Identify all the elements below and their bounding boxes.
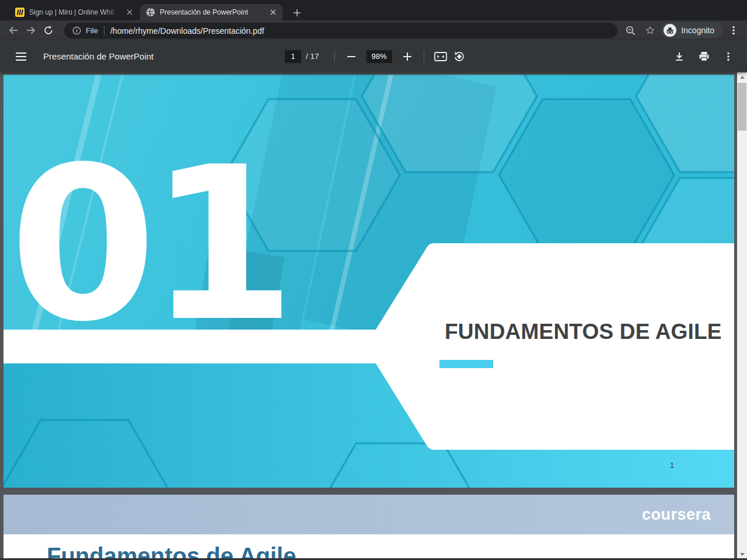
- new-tab-button[interactable]: [289, 5, 305, 20]
- browser-window: Sign up | Miro | Online Whit Presentació…: [0, 0, 747, 560]
- browser-toolbar: File /home/rhyme/Downloads/Presentación.…: [0, 20, 747, 40]
- kebab-menu-icon: [723, 51, 734, 62]
- page2-heading: Fundamentos de Agile: [47, 543, 296, 560]
- minus-icon: [347, 52, 355, 61]
- title-callout-shape: [4, 75, 734, 488]
- title-accent-bar: [439, 360, 493, 368]
- triangle-up-icon: [740, 76, 745, 79]
- tab-miro[interactable]: Sign up | Miro | Online Whit: [9, 4, 139, 20]
- download-button[interactable]: [670, 47, 689, 66]
- url-separator: [104, 26, 104, 36]
- bookmark-button[interactable]: [641, 22, 659, 38]
- fit-width-icon: [434, 51, 447, 62]
- incognito-label: Incognito: [681, 26, 714, 35]
- toolbar-divider: [424, 51, 424, 62]
- rotate-button[interactable]: [450, 47, 469, 66]
- url-text: /home/rhyme/Downloads/Presentación.pdf: [110, 26, 264, 36]
- reload-button[interactable]: [40, 22, 57, 38]
- tab-title: Sign up | Miro | Online Whit: [29, 8, 121, 16]
- kebab-menu-icon: [728, 25, 739, 36]
- toolbar-divider: [334, 51, 335, 62]
- star-icon: [645, 25, 655, 36]
- tab-title: Presentación de PowerPoint: [160, 8, 265, 16]
- url-scheme-label: File: [86, 26, 98, 35]
- print-icon: [699, 51, 710, 62]
- page2-header-band: coursera: [4, 495, 734, 534]
- address-bar[interactable]: File /home/rhyme/Downloads/Presentación.…: [64, 23, 617, 38]
- scrollbar-thumb[interactable]: [738, 83, 746, 131]
- page-count-label: / 17: [306, 52, 319, 61]
- pdf-page-1: 01 FUNDAMENTOS DE AGILE 1: [4, 75, 734, 488]
- forward-button[interactable]: [22, 22, 40, 38]
- info-icon[interactable]: [72, 26, 81, 35]
- pdf-more-options-button[interactable]: [719, 47, 738, 66]
- incognito-badge: Incognito: [661, 22, 722, 38]
- rotate-ccw-icon: [453, 51, 465, 62]
- coursera-logo: coursera: [642, 506, 711, 524]
- plus-icon: [403, 52, 411, 61]
- zoom-in-button[interactable]: [398, 47, 417, 66]
- pdf-document-title: Presentación de PowerPoint: [43, 51, 153, 61]
- miro-favicon: [15, 8, 25, 17]
- plus-icon: [293, 9, 301, 17]
- vertical-scrollbar[interactable]: [737, 72, 747, 560]
- pdf-page-2: coursera Fundamentos de Agile: [4, 495, 734, 560]
- tab-presentacion-pdf[interactable]: Presentación de PowerPoint: [140, 4, 282, 20]
- page-zoom-button[interactable]: [622, 22, 639, 38]
- slide-title: FUNDAMENTOS DE AGILE: [445, 320, 728, 344]
- reload-icon: [43, 25, 54, 36]
- tab-close-icon[interactable]: [268, 8, 278, 17]
- incognito-icon: [664, 24, 676, 37]
- forward-icon: [25, 24, 37, 36]
- zoom-out-magnifier-icon: [625, 25, 636, 36]
- zoom-out-button[interactable]: [342, 47, 361, 66]
- zoom-level-field[interactable]: 98%: [366, 50, 392, 63]
- slide-page-number: 1: [670, 461, 674, 470]
- hamburger-icon: [16, 52, 26, 61]
- tab-close-icon[interactable]: [125, 8, 134, 17]
- download-icon: [674, 51, 685, 62]
- triangle-down-icon: [740, 553, 745, 556]
- page-number-input[interactable]: 1: [285, 50, 301, 63]
- back-button[interactable]: [5, 22, 22, 38]
- pdf-menu-button[interactable]: [12, 47, 30, 66]
- pdf-toolbar: Presentación de PowerPoint 1 / 17 98%: [0, 40, 747, 72]
- browser-menu-button[interactable]: [725, 22, 742, 38]
- tab-strip: Sign up | Miro | Online Whit Presentació…: [0, 0, 747, 20]
- print-button[interactable]: [694, 47, 713, 66]
- scroll-up-button[interactable]: [737, 72, 747, 82]
- pdf-viewport[interactable]: 01 FUNDAMENTOS DE AGILE 1 coursera Funda…: [0, 72, 737, 560]
- fit-to-width-button[interactable]: [431, 47, 450, 66]
- back-icon: [8, 24, 19, 36]
- globe-favicon: [146, 8, 155, 17]
- scroll-down-button[interactable]: [737, 550, 747, 559]
